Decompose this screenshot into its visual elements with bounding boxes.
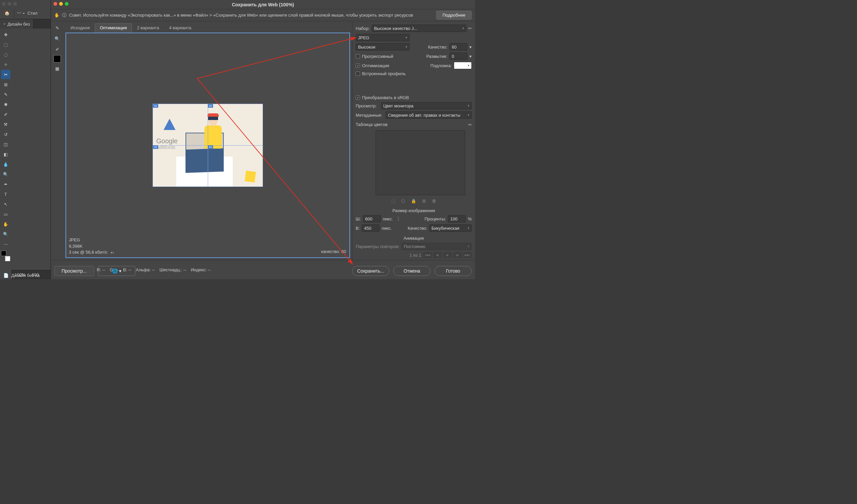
ct-trash-icon[interactable]: 🗑: [432, 199, 436, 203]
ps-traffic-red[interactable]: [2, 2, 6, 6]
slice-04: 04: [208, 145, 213, 149]
resample-select[interactable]: Бикубическая▾: [429, 224, 472, 232]
h-px: пикс.: [382, 226, 391, 231]
tab-2up[interactable]: 2 варианта: [132, 23, 164, 33]
ct-shift-icon[interactable]: ⬚: [391, 199, 395, 203]
dlg-close-icon[interactable]: [53, 2, 57, 6]
prev-frame-icon: ◀|: [433, 252, 442, 258]
matte-select[interactable]: ▾: [454, 62, 472, 69]
eyedropper-tool-icon[interactable]: ✎: [1, 90, 10, 99]
preview-mode-select[interactable]: Цвет монитора▾: [381, 102, 472, 110]
quality-label: Качество:: [428, 45, 448, 50]
type-tool-icon[interactable]: T: [1, 189, 10, 199]
blur-tool-icon[interactable]: 💧: [1, 159, 10, 169]
next-frame-icon: |▶: [453, 252, 462, 258]
done-button[interactable]: Готово: [435, 266, 472, 276]
loop-label: Параметры повторов:: [356, 244, 400, 249]
color-table-menu-icon[interactable]: ▾≡: [468, 123, 472, 126]
shape-tool-icon[interactable]: ▭: [1, 209, 10, 219]
tab-optimized[interactable]: Оптимизация: [95, 23, 132, 33]
speed-menu-icon[interactable]: ▾≡: [111, 251, 114, 254]
zoom-tool-dlg-icon[interactable]: 🔍: [52, 34, 62, 43]
progressive-checkbox[interactable]: [356, 54, 360, 58]
optimization-checkbox[interactable]: [356, 64, 360, 68]
link-wh-icon[interactable]: ┐┘: [395, 215, 402, 222]
animation-label: Анимация: [404, 236, 424, 241]
quality-slider-icon[interactable]: ▾: [469, 45, 472, 50]
more-button[interactable]: Подробнее: [436, 11, 472, 20]
slice-visibility-icon[interactable]: ▦: [52, 64, 62, 73]
blur-slider-icon[interactable]: ▾: [469, 54, 472, 59]
dlg-min-icon[interactable]: [59, 2, 63, 6]
preview-button[interactable]: Просмотр...: [54, 266, 94, 276]
srgb-checkbox[interactable]: [356, 96, 360, 100]
slice-01: 01: [153, 104, 158, 108]
history-brush-tool-icon[interactable]: ↺: [1, 130, 10, 139]
percent-input[interactable]: 100: [448, 215, 466, 222]
embedded-label: Встроенный профиль: [362, 71, 406, 76]
frame-tool-icon[interactable]: ⊞: [1, 80, 10, 89]
close-icon[interactable]: ×: [3, 22, 5, 26]
status-file: Дизайн без на: [11, 273, 40, 278]
path-tool-icon[interactable]: ↖: [1, 200, 10, 209]
hand-tool-icon[interactable]: ✋: [1, 219, 10, 229]
dodge-tool-icon[interactable]: 🔍: [1, 170, 10, 179]
last-frame-icon: ▶▶|: [463, 252, 472, 258]
srgb-label: Преобразовать в sRGB: [362, 95, 409, 100]
move-tool-icon[interactable]: ✥: [1, 30, 10, 39]
quality-input[interactable]: 60: [450, 43, 467, 51]
brush-tool-icon[interactable]: ✐: [1, 110, 10, 119]
marquee-tool-icon[interactable]: ⬚: [1, 40, 10, 49]
home-icon[interactable]: 🏠: [3, 9, 11, 18]
resample-label: Качество:: [407, 226, 427, 231]
matte-label: Подложка:: [431, 63, 452, 68]
slice-tool-icon[interactable]: ✎: [52, 23, 62, 33]
save-button[interactable]: Сохранить...: [352, 266, 389, 276]
metadata-select[interactable]: Сведения об авт. правах и контакты▾: [386, 111, 472, 119]
gradient-tool-icon[interactable]: ◧: [1, 150, 10, 159]
tab-original[interactable]: Исходное: [66, 23, 95, 33]
blur-input[interactable]: 0: [450, 52, 467, 60]
file-icon: 📄: [3, 273, 9, 278]
stamp-tool-icon[interactable]: ⚒: [1, 120, 10, 129]
ct-lock-icon[interactable]: 🔒: [411, 199, 416, 203]
height-input[interactable]: 450: [362, 224, 380, 232]
preview-canvas[interactable]: Google AdWords 01 02 03: [66, 33, 350, 258]
lasso-tool-icon[interactable]: ◌: [1, 50, 10, 59]
preset-menu-icon[interactable]: ▾≡: [468, 27, 472, 30]
preset-select[interactable]: Высокое качество J...▾: [372, 24, 466, 32]
tab-4up[interactable]: 4 варианта: [164, 23, 197, 33]
quality-preset-select[interactable]: Высокое▾: [356, 43, 409, 51]
pen-tool-icon[interactable]: ✒: [1, 180, 10, 189]
embedded-checkbox[interactable]: [356, 71, 360, 76]
info-format: JPEG: [69, 237, 114, 243]
zoom-tool-icon[interactable]: 🔍: [1, 230, 10, 239]
fg-bg-swatch[interactable]: [1, 251, 10, 261]
play-icon: ▶: [443, 252, 452, 258]
ps-traffic-yellow[interactable]: [7, 2, 11, 6]
ct-new-icon[interactable]: ⊞: [422, 199, 426, 203]
image-size-label: Размер изображения: [392, 208, 435, 213]
eraser-tool-icon[interactable]: ◫: [1, 140, 10, 149]
format-select[interactable]: JPEG▾: [356, 34, 409, 41]
ct-cube-icon[interactable]: ⬡: [401, 199, 405, 203]
more-tools-icon[interactable]: ⋯: [1, 239, 10, 249]
doc-tab[interactable]: × Дизайн без: [0, 19, 34, 29]
dlg-max-icon[interactable]: [65, 2, 68, 6]
color-swatch[interactable]: [53, 55, 61, 63]
heal-tool-icon[interactable]: ✱: [1, 100, 10, 109]
brush-icon[interactable]: 〰 ▾: [17, 11, 25, 16]
crop-tool-icon[interactable]: ✂: [1, 70, 10, 79]
hint-text: Совет. Используйте команду «Экспортирова…: [69, 13, 434, 18]
eyedropper-dlg-icon[interactable]: ✐: [52, 45, 62, 54]
browser-preview-button[interactable]: 🌐 ▾: [98, 266, 135, 276]
ps-traffic-green[interactable]: [13, 2, 17, 6]
preview-image: Google AdWords 01 02 03: [153, 104, 263, 187]
hand-icon[interactable]: ✋: [54, 13, 60, 18]
first-frame-icon: |◀◀: [423, 252, 432, 258]
info-quality: качество: 60: [321, 249, 346, 254]
preview-mode-label: Просмотр:: [356, 103, 379, 108]
width-input[interactable]: 600: [363, 215, 381, 222]
wand-tool-icon[interactable]: ✧: [1, 60, 10, 69]
cancel-button[interactable]: Отмена: [393, 266, 431, 276]
